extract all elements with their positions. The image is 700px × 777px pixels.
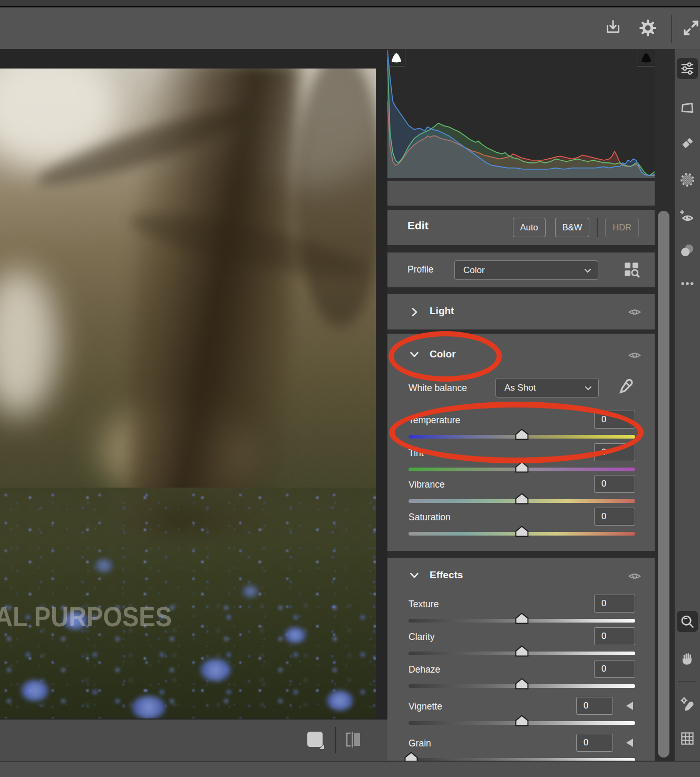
temperature-slider[interactable] — [409, 435, 635, 439]
hdr-button[interactable]: HDR — [605, 218, 639, 237]
flower-blob — [21, 680, 48, 701]
vibrance-row: Vibrance 0 — [409, 477, 635, 510]
zoom-tool[interactable] — [677, 611, 698, 632]
settings-gear-icon[interactable] — [638, 18, 658, 38]
tint-label: Tint — [409, 448, 424, 459]
clarity-value: 0 — [601, 631, 606, 640]
sample-eyedropper-tool[interactable] — [677, 693, 698, 714]
vibrance-slider[interactable] — [409, 499, 635, 503]
grain-label: Grain — [409, 738, 431, 749]
dehaze-label: Dehaze — [409, 664, 440, 675]
healing-tool[interactable] — [677, 132, 698, 153]
saturation-row: Saturation 0 — [409, 510, 635, 542]
saturation-value-field[interactable]: 0 — [594, 508, 635, 526]
visibility-eye-icon[interactable] — [627, 349, 642, 362]
masking-tool[interactable] — [677, 169, 698, 190]
white-balance-select[interactable]: As Shot — [495, 378, 599, 397]
chevron-down-icon — [583, 266, 592, 275]
grid-overlay-tool[interactable] — [677, 728, 698, 749]
tint-slider[interactable] — [409, 468, 635, 471]
chevron-down-icon[interactable] — [409, 569, 420, 581]
profile-select[interactable]: Color — [454, 260, 598, 280]
viewer-bottom-toolbar — [0, 720, 387, 761]
clarity-label: Clarity — [409, 632, 435, 643]
auto-button[interactable]: Auto — [513, 218, 546, 237]
flower-blob — [242, 585, 258, 598]
photo-canvas[interactable]: AL PURPOSES — [0, 69, 376, 718]
edit-sliders-tool[interactable] — [677, 58, 698, 79]
browse-profiles-icon[interactable] — [622, 260, 641, 281]
grain-value-field[interactable]: 0 — [576, 734, 613, 752]
vignette-label: Vignette — [409, 701, 442, 712]
color-section-label: Color — [430, 348, 456, 360]
chevron-right-icon[interactable] — [409, 306, 420, 318]
red-eye-tool[interactable] — [677, 206, 698, 227]
flower-blob — [285, 627, 306, 643]
vibrance-value: 0 — [601, 479, 606, 488]
visibility-eye-icon[interactable] — [627, 306, 642, 318]
saturation-slider[interactable] — [409, 532, 635, 536]
dehaze-value-field[interactable]: 0 — [594, 660, 635, 678]
dehaze-value: 0 — [601, 664, 606, 673]
edit-panel: Edit Auto B&W HDR Profile Color — [387, 49, 675, 761]
crop-tool[interactable] — [677, 98, 698, 119]
presets-tool[interactable] — [677, 240, 698, 261]
dehaze-slider[interactable] — [409, 684, 635, 688]
effects-section-label: Effects — [430, 569, 463, 581]
visibility-eye-icon[interactable] — [627, 570, 642, 582]
chevron-down-icon[interactable] — [409, 348, 420, 360]
vibrance-value-field[interactable]: 0 — [594, 475, 635, 493]
tint-value-field[interactable]: 0 — [594, 443, 635, 461]
color-section: Color White balance As Shot Temperature … — [387, 334, 655, 551]
watermark-text: AL PURPOSES — [0, 600, 172, 633]
bottom-strip — [0, 761, 700, 777]
bw-button[interactable]: B&W — [555, 218, 590, 237]
before-after-split-icon[interactable] — [344, 731, 364, 751]
histogram-card — [387, 50, 655, 178]
temperature-label: Temperature — [409, 415, 460, 426]
vignette-value-field[interactable]: 0 — [576, 697, 613, 715]
highlight-clipping-indicator[interactable] — [637, 50, 655, 66]
button-divider — [597, 218, 598, 237]
vignette-slider-thumb[interactable] — [515, 715, 529, 726]
tint-value: 0 — [601, 447, 606, 457]
white-balance-eyedropper-icon[interactable] — [615, 376, 636, 401]
grain-expand-icon[interactable] — [626, 739, 633, 747]
share-export-icon[interactable] — [603, 18, 623, 38]
clarity-slider-thumb[interactable] — [515, 645, 529, 657]
vignette-expand-icon[interactable] — [626, 702, 633, 710]
grain-slider-thumb[interactable] — [404, 752, 418, 761]
panel-scrollbar[interactable] — [658, 211, 669, 757]
tint-slider-thumb[interactable] — [515, 461, 529, 473]
saturation-slider-thumb[interactable] — [515, 526, 529, 537]
grain-slider[interactable] — [409, 758, 635, 761]
temperature-slider-thumb[interactable] — [515, 429, 529, 440]
flower-blob — [132, 696, 166, 718]
profile-card: Profile Color — [387, 252, 655, 287]
lightroom-window: AL PURPOSES Edit Aut — [0, 0, 700, 777]
photo-viewport: AL PURPOSES — [0, 49, 387, 720]
sky-glow — [0, 269, 58, 416]
dehaze-slider-thumb[interactable] — [515, 678, 529, 689]
fullscreen-expand-icon[interactable] — [681, 18, 700, 38]
histogram[interactable] — [387, 50, 655, 178]
temperature-value-field[interactable]: 0 — [594, 411, 635, 429]
photo-info-bar — [387, 181, 655, 206]
vibrance-slider-thumb[interactable] — [515, 493, 529, 504]
clarity-row: Clarity 0 — [409, 629, 635, 662]
shadow-clipping-indicator[interactable] — [387, 50, 405, 66]
clarity-slider[interactable] — [409, 652, 635, 655]
light-section-header[interactable]: Light — [387, 294, 655, 329]
texture-slider[interactable] — [409, 619, 635, 623]
temperature-value: 0 — [601, 414, 606, 424]
texture-value-field[interactable]: 0 — [594, 595, 635, 613]
vignette-slider[interactable] — [409, 721, 635, 725]
tint-row: Tint 0 — [409, 445, 635, 478]
pan-hand-tool[interactable] — [677, 648, 698, 669]
more-options-icon[interactable] — [677, 273, 698, 294]
chevron-down-icon — [584, 383, 593, 393]
top-toolbar — [0, 8, 700, 49]
clarity-value-field[interactable]: 0 — [594, 627, 635, 645]
texture-slider-thumb[interactable] — [515, 613, 529, 624]
flower-blob — [95, 559, 113, 572]
